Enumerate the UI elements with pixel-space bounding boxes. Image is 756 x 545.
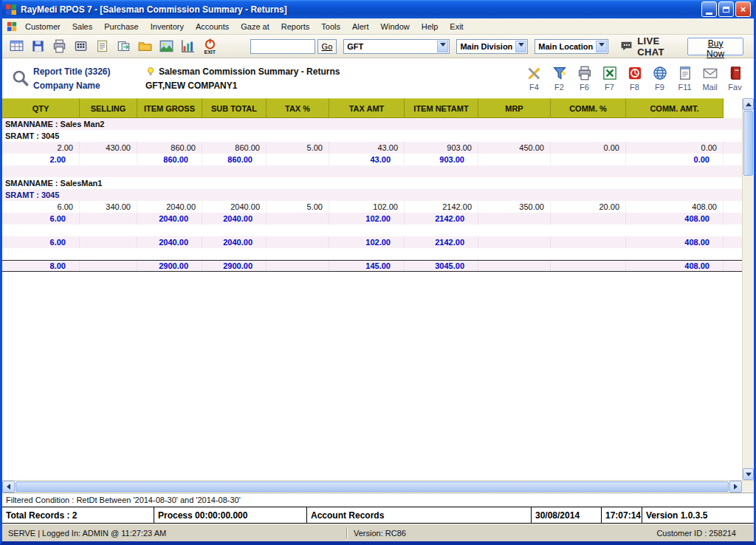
keypad-icon[interactable] [71, 36, 91, 56]
quick-search-input[interactable] [250, 39, 315, 54]
action-fav[interactable]: Fav [724, 66, 746, 92]
cell: 2900.00 [137, 261, 202, 271]
column-header-sub-total[interactable]: SUB TOTAL [202, 98, 267, 118]
toolbar: EXIT Go GFT Main Division Main Location … [2, 35, 754, 58]
filter-condition-text: Filtered Condition : RetDt Between '2014… [6, 496, 241, 504]
chart-icon[interactable] [178, 36, 198, 56]
report-title-label: Report Title (3326) [33, 66, 145, 77]
cell: 408.00 [626, 201, 724, 213]
cell: 3045.00 [405, 261, 478, 271]
exit-icon [205, 38, 216, 49]
spacer-row [2, 224, 742, 236]
data-row: 2.00430.00860.00860.005.0043.00903.00450… [2, 142, 742, 154]
cell: 340.00 [80, 201, 137, 213]
menu-item-help[interactable]: Help [416, 20, 444, 33]
action-f9[interactable]: F9 [648, 66, 671, 92]
spacer-row [2, 165, 742, 177]
cell [267, 213, 329, 224]
search-icon[interactable] [8, 69, 33, 87]
chevron-down-icon [515, 41, 526, 52]
menu-item-purchase[interactable]: Purchase [98, 20, 144, 33]
menu-item-gaze-at[interactable]: Gaze at [235, 20, 275, 33]
vertical-scrollbar[interactable] [742, 98, 754, 480]
cell: 0.00 [551, 142, 626, 154]
location-select-value: Main Location [538, 42, 593, 51]
summary-cell-5: Version 1.0.3.5 [642, 507, 754, 523]
scroll-right-button[interactable] [729, 481, 742, 493]
horizontal-scrollbar[interactable] [2, 480, 754, 493]
image-icon[interactable] [157, 36, 176, 56]
folder-icon[interactable] [135, 36, 155, 56]
division-select[interactable]: Main Division [456, 39, 528, 54]
action-f7[interactable]: F7 [598, 66, 621, 92]
scroll-down-button[interactable] [743, 468, 754, 480]
menu-item-sales[interactable]: Sales [66, 20, 99, 33]
cell [551, 213, 626, 224]
column-header-item-gross[interactable]: ITEM GROSS [137, 98, 202, 118]
vertical-scroll-thumb[interactable] [743, 111, 753, 176]
action-f2[interactable]: F2 [548, 66, 571, 92]
live-chat-button[interactable]: LIVE CHAT [620, 35, 686, 58]
cell: 5.00 [267, 142, 329, 154]
menu-item-exit[interactable]: Exit [444, 20, 469, 33]
action-label: F6 [580, 83, 589, 92]
exit-button[interactable]: EXIT [199, 38, 221, 55]
action-f11[interactable]: F11 [673, 66, 696, 92]
buy-now-button[interactable]: Buy Now [687, 38, 743, 55]
company-select-value: GFT [347, 42, 363, 51]
cell: 2142.00 [405, 236, 478, 248]
column-header-comm-[interactable]: COMM. % [551, 98, 626, 118]
column-header-comm-amt-[interactable]: COMM. AMT. [626, 98, 724, 118]
column-header-item-netamt[interactable]: ITEM NETAMT [405, 98, 478, 118]
title-bar[interactable]: RayMedi RPOS 7 - [Salesman Commission Su… [2, 0, 754, 18]
cell [267, 236, 329, 248]
print-icon[interactable] [49, 36, 69, 56]
column-header-selling[interactable]: SELLING [80, 98, 137, 118]
location-select[interactable]: Main Location [535, 39, 608, 54]
report-header: Report Title (3326) Salesman Commission … [2, 58, 754, 98]
action-mail[interactable]: Mail [698, 66, 721, 92]
table-icon[interactable] [7, 36, 27, 56]
column-header-qty[interactable]: QTY [2, 98, 80, 118]
horizontal-scroll-thumb[interactable] [16, 481, 729, 492]
cell: 2040.00 [202, 201, 267, 213]
cell: 43.00 [329, 142, 405, 154]
menu-item-tools[interactable]: Tools [315, 20, 346, 33]
column-header-mrp[interactable]: MRP [478, 98, 551, 118]
cell: 8.00 [2, 261, 80, 271]
company-name-label: Company Name [33, 80, 145, 91]
app-logo-icon [5, 4, 17, 16]
menu-item-window[interactable]: Window [375, 20, 416, 33]
cell [478, 213, 551, 224]
company-select[interactable]: GFT [343, 39, 450, 54]
menu-item-accounts[interactable]: Accounts [190, 20, 235, 33]
export-icon[interactable] [114, 36, 134, 56]
cell: 6.00 [2, 201, 80, 213]
report-grid: QTYSELLINGITEM GROSSSUB TOTALTAX %TAX AM… [2, 98, 754, 480]
save-icon[interactable] [28, 36, 48, 56]
chevron-down-icon [437, 41, 448, 52]
cell [478, 154, 551, 165]
action-f6[interactable]: F6 [573, 66, 596, 92]
scroll-up-button[interactable] [743, 98, 754, 110]
close-button[interactable]: × [735, 1, 751, 17]
go-button[interactable]: Go [317, 39, 337, 54]
report-title-value: Salesman Commission Summary - Returns [159, 66, 340, 77]
cell [267, 261, 329, 271]
action-f4[interactable]: F4 [523, 66, 546, 92]
minimize-button[interactable] [701, 1, 717, 17]
scroll-left-button[interactable] [2, 481, 15, 493]
cell: 350.00 [478, 201, 551, 213]
menu-item-alert[interactable]: Alert [346, 20, 375, 33]
menu-item-inventory[interactable]: Inventory [145, 20, 190, 33]
printer-icon [577, 66, 592, 82]
menu-item-reports[interactable]: Reports [275, 20, 316, 33]
menu-item-customer[interactable]: Customer [19, 20, 66, 33]
status-bar: SERVE | Logged In: ADMIN @ 11:27:23 AM V… [2, 524, 754, 541]
action-f8[interactable]: F8 [623, 66, 646, 92]
restore-button[interactable] [718, 1, 734, 17]
column-header-tax-[interactable]: TAX % [267, 98, 329, 118]
action-label: Fav [728, 83, 741, 92]
column-header-tax-amt[interactable]: TAX AMT [329, 98, 405, 118]
journal-icon[interactable] [92, 36, 112, 56]
